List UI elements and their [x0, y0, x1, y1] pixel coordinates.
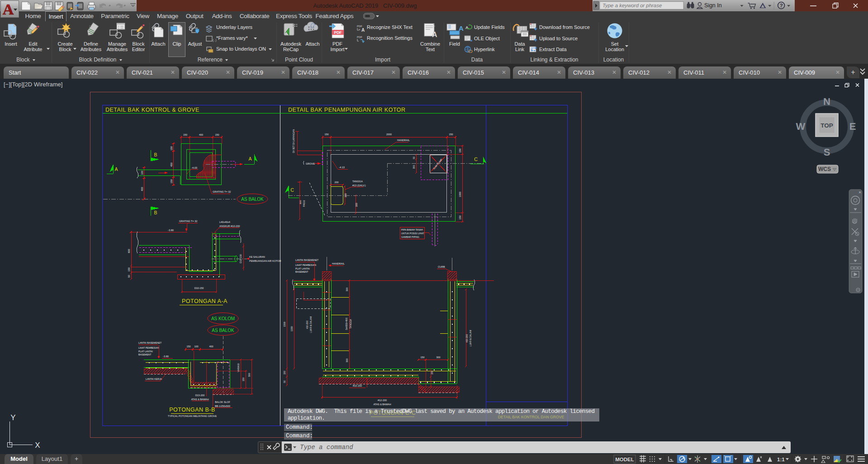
svg-text:150: 150: [242, 378, 245, 382]
svg-text:-3.80: -3.80: [168, 229, 174, 232]
svg-text:GAMBAR PIPING: GAMBAR PIPING: [401, 236, 419, 238]
svg-text:Download from Source: Download from Source: [539, 24, 590, 30]
svg-text:Data: Data: [514, 41, 525, 47]
svg-text:150: 150: [459, 216, 461, 220]
svg-text:B: B: [154, 152, 157, 157]
svg-text:150: 150: [459, 149, 461, 153]
svg-text:UNTUK POSISI LIHAT: UNTUK POSISI LIHAT: [401, 232, 424, 235]
svg-text:1000: 1000: [459, 192, 461, 197]
svg-text:Extract Data: Extract Data: [539, 47, 567, 52]
svg-text:Attach: Attach: [305, 41, 319, 47]
svg-text:Insert: Insert: [5, 41, 17, 47]
svg-text:POTONGAN B-B: POTONGAN B-B: [169, 407, 215, 413]
svg-text:-3.80: -3.80: [163, 355, 169, 358]
svg-text:Sign In: Sign In: [704, 2, 722, 9]
svg-text:PLAT LANTAI: PLAT LANTAI: [295, 267, 310, 270]
svg-text:DETAIL BAK KONTROL & GROVE: DETAIL BAK KONTROL & GROVE: [105, 107, 199, 113]
svg-text:500: 500: [248, 373, 251, 377]
svg-text:Import: Import: [330, 47, 344, 52]
svg-text:150: 150: [215, 133, 219, 136]
svg-text:-4.03: -4.03: [191, 166, 197, 169]
svg-text:MODEL: MODEL: [615, 457, 634, 462]
svg-text:Upload to Source: Upload to Source: [539, 36, 578, 41]
svg-text:ANGKUR #10-200: ANGKUR #10-200: [219, 225, 240, 227]
svg-text:150: 150: [325, 133, 329, 136]
svg-text:150: 150: [187, 345, 191, 348]
svg-text:300: 300: [355, 203, 358, 207]
svg-text:CURB: CURB: [438, 265, 445, 268]
svg-text:1500: 1500: [283, 322, 286, 327]
svg-text:#13 (GALV.): #13 (GALV.): [352, 184, 366, 187]
svg-text:✕: ✕: [859, 190, 862, 194]
svg-text:E: E: [849, 121, 856, 132]
svg-text:#10-200: #10-200: [306, 321, 308, 329]
svg-text:*Frames vary*: *Frames vary*: [216, 35, 248, 41]
svg-text:8: 8: [530, 34, 531, 37]
svg-text:GRATING T= 32: GRATING T= 32: [179, 220, 197, 223]
svg-text:Manage: Manage: [108, 41, 126, 47]
svg-text:KE SALURAN: KE SALURAN: [249, 256, 265, 258]
svg-text:Adjust: Adjust: [188, 41, 202, 47]
svg-text:TOP: TOP: [821, 122, 833, 129]
svg-text:Attach: Attach: [151, 41, 165, 47]
svg-text:Autodesk: Autodesk: [280, 41, 301, 47]
svg-text:BALOK SLOF: BALOK SLOF: [215, 401, 230, 403]
svg-text:S: S: [824, 147, 830, 158]
svg-text:OLE Object: OLE Object: [474, 36, 500, 41]
svg-text:Underlay Layers: Underlay Layers: [216, 24, 253, 30]
svg-text:PAGU: PAGU: [303, 200, 305, 207]
svg-text:100: 100: [141, 171, 143, 175]
svg-text:A: A: [3, 1, 14, 17]
svg-text:D10-150: D10-150: [239, 254, 242, 263]
svg-text:Link: Link: [515, 47, 525, 52]
svg-text:PDF: PDF: [357, 36, 362, 38]
svg-text:50: 50: [283, 380, 286, 383]
svg-text:50: 50: [128, 275, 130, 278]
svg-text:Recognition Settings: Recognition Settings: [367, 35, 413, 41]
svg-text:BB-1/250x500: BB-1/250x500: [215, 405, 230, 407]
svg-text:LANTAI KERJA: LANTAI KERJA: [146, 378, 162, 380]
svg-text:?: ?: [780, 3, 783, 8]
svg-text:Block: Block: [59, 47, 71, 52]
svg-text:A: A: [248, 156, 251, 161]
svg-text:Field: Field: [449, 41, 460, 47]
svg-text:8: 8: [530, 23, 531, 25]
svg-text:Attributes: Attributes: [81, 47, 102, 52]
svg-text:AS KOLOM: AS KOLOM: [211, 316, 235, 321]
svg-text:300: 300: [413, 165, 415, 169]
svg-text:D13-200: D13-200: [195, 394, 205, 397]
svg-text:Y: Y: [10, 413, 15, 422]
svg-text:HANDRAIL: HANDRAIL: [397, 139, 410, 142]
svg-text:Define: Define: [84, 41, 98, 47]
svg-text:POTONGAN A-A: POTONGAN A-A: [182, 298, 228, 304]
svg-text:A: A: [361, 28, 365, 33]
svg-text:LANTAI BASEMENET: LANTAI BASEMENET: [138, 341, 162, 344]
svg-text:#10-200: #10-200: [465, 334, 468, 343]
svg-text:B: B: [154, 210, 157, 215]
svg-text:Recognize SHX Text: Recognize SHX Text: [367, 24, 413, 30]
svg-text:300: 300: [346, 288, 348, 292]
svg-text:C: C: [290, 187, 294, 193]
svg-text:200: 200: [335, 181, 339, 184]
svg-text:HANDRAIL: HANDRAIL: [332, 262, 345, 265]
svg-text:Update Fields: Update Fields: [474, 24, 505, 30]
svg-text:LIHAT PEMBESIAN: LIHAT PEMBESIAN: [295, 264, 316, 266]
svg-text:100: 100: [194, 345, 199, 348]
svg-text:SUM PUMP: SUM PUMP: [432, 158, 443, 170]
svg-text:150: 150: [449, 133, 453, 136]
svg-text:150: 150: [431, 371, 433, 375]
svg-text:A: A: [114, 166, 118, 172]
svg-text:300: 300: [346, 359, 348, 363]
svg-text:Set: Set: [611, 41, 619, 47]
svg-text:DETAIL BAK PENAMPUNGAN AIR KOT: DETAIL BAK PENAMPUNGAN AIR KOTOR: [288, 107, 406, 113]
svg-text:PDF: PDF: [334, 30, 342, 35]
svg-text:Editor: Editor: [132, 47, 145, 52]
svg-text:BASEMENT: BASEMENT: [295, 270, 308, 273]
svg-text:3x#300=900: 3x#300=900: [345, 317, 348, 330]
svg-text:BASEMENT: BASEMENT: [138, 353, 152, 356]
svg-text:Create: Create: [57, 41, 72, 47]
svg-text:Combine: Combine: [420, 41, 440, 47]
svg-text:TANGGA: TANGGA: [349, 319, 352, 328]
svg-text:AS BALOK: AS BALOK: [212, 328, 234, 333]
svg-text:150: 150: [183, 133, 187, 136]
